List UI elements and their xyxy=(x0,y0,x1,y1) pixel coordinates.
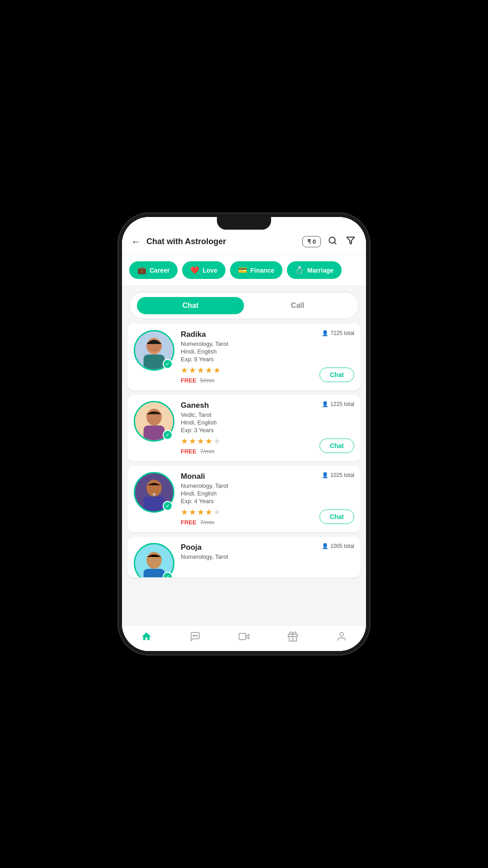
svg-rect-13 xyxy=(144,496,165,511)
svg-point-20 xyxy=(193,635,194,636)
chat-btn-ganesh[interactable]: Chat xyxy=(319,439,354,453)
video-icon xyxy=(239,631,249,645)
verified-badge-ganesh: ✓ xyxy=(163,430,173,440)
svg-point-21 xyxy=(195,635,196,636)
category-love[interactable]: ❤️ Love xyxy=(182,261,225,279)
astro-lang-ganesh: Hindi, English xyxy=(181,419,354,426)
astro-name-monali: Monali xyxy=(181,472,205,481)
svg-rect-9 xyxy=(144,425,165,440)
price-row-monali: FREE 7/min xyxy=(181,519,221,526)
stars-monali: ★ ★ ★ ★ ★ xyxy=(181,507,221,517)
verified-badge-radika: ✓ xyxy=(163,359,173,369)
svg-marker-23 xyxy=(246,634,249,639)
astro-ratings-ganesh: ★ ★ ★ ★ ★ FREE 7/min xyxy=(181,436,221,455)
svg-rect-24 xyxy=(239,633,246,640)
astro-name-ganesh: Ganesh xyxy=(181,401,209,410)
screen: ← Chat with Astrologer ₹ 0 💼 Career ❤️ xyxy=(122,217,366,651)
astrologer-list: ✓ Radika 👤 7225 total Numerology, Tarot … xyxy=(122,324,366,625)
price-free-ganesh: FREE xyxy=(181,448,197,455)
astro-exp-ganesh: Exp: 3 Years xyxy=(181,427,354,434)
svg-point-27 xyxy=(340,632,343,636)
astro-card-pooja: ✓ Pooja 👤 1005 total Numerology, Tarot xyxy=(127,537,361,577)
wallet-balance[interactable]: ₹ 0 xyxy=(302,236,321,247)
star4: ★ xyxy=(205,365,212,375)
category-bar: 💼 Career ❤️ Love 💳 Finance 💍 Marriage xyxy=(122,255,366,286)
price-per-min-monali: 7/min xyxy=(200,519,215,526)
avatar-wrap-radika: ✓ xyxy=(134,330,174,371)
price-row-ganesh: FREE 7/min xyxy=(181,448,221,455)
astro-exp-radika: Exp: 8 Years xyxy=(181,356,354,363)
profile-icon xyxy=(336,631,347,645)
category-love-label: Love xyxy=(202,267,217,274)
astro-footer-monali: ★ ★ ★ ★ ★ FREE 7/min Chat xyxy=(181,507,354,526)
astro-info-pooja: Pooja 👤 1005 total Numerology, Tarot xyxy=(181,543,354,561)
chat-btn-monali[interactable]: Chat xyxy=(319,509,354,524)
astro-name-radika: Radika xyxy=(181,330,206,339)
star4: ★ xyxy=(205,507,212,517)
info-top-monali: Monali 👤 1025 total xyxy=(181,472,354,481)
finance-icon: 💳 xyxy=(238,266,247,274)
category-marriage-label: Marriage xyxy=(307,267,333,274)
svg-line-1 xyxy=(334,242,336,244)
astro-total-radika: 👤 7225 total xyxy=(322,330,354,336)
astro-card-ganesh: ✓ Ganesh 👤 1225 total Vedic, Tarot Hindi… xyxy=(127,395,361,461)
svg-rect-18 xyxy=(144,569,165,577)
chat-nav-icon xyxy=(190,631,201,645)
astro-card-monali: ✓ Monali 👤 1025 total Numerology, Tarot … xyxy=(127,466,361,532)
category-career[interactable]: 💼 Career xyxy=(129,261,178,279)
star3: ★ xyxy=(197,507,204,517)
total-icon-ganesh: 👤 xyxy=(322,401,328,407)
astro-specialty-ganesh: Vedic, Tarot xyxy=(181,411,354,418)
nav-profile[interactable] xyxy=(333,629,351,646)
astro-info-monali: Monali 👤 1025 total Numerology, Tarot Hi… xyxy=(181,472,354,526)
love-icon: ❤️ xyxy=(190,266,199,274)
total-icon-monali: 👤 xyxy=(322,472,328,478)
info-top-ganesh: Ganesh 👤 1225 total xyxy=(181,401,354,410)
astro-specialty-pooja: Numerology, Tarot xyxy=(181,553,354,560)
verified-badge-monali: ✓ xyxy=(163,501,173,511)
nav-gift[interactable] xyxy=(284,629,302,646)
star3: ★ xyxy=(197,365,204,375)
astro-total-ganesh: 👤 1225 total xyxy=(322,401,354,407)
astro-lang-radika: Hindi, English xyxy=(181,348,354,355)
chat-btn-radika[interactable]: Chat xyxy=(319,368,354,382)
star5-empty: ★ xyxy=(213,436,221,446)
svg-rect-5 xyxy=(144,354,165,369)
notch xyxy=(217,217,271,230)
total-icon-radika: 👤 xyxy=(322,330,328,336)
page-title: Chat with Astrologer xyxy=(146,237,297,246)
search-icon[interactable] xyxy=(326,234,339,249)
astro-footer-ganesh: ★ ★ ★ ★ ★ FREE 7/min Chat xyxy=(181,436,354,455)
astro-footer-radika: ★ ★ ★ ★ ★ FREE 5/min Chat xyxy=(181,365,354,384)
nav-chat[interactable] xyxy=(186,629,204,646)
nav-video[interactable] xyxy=(235,629,253,646)
category-career-label: Career xyxy=(150,267,169,274)
phone-frame: ← Chat with Astrologer ₹ 0 💼 Career ❤️ xyxy=(122,217,366,651)
back-button[interactable]: ← xyxy=(131,236,141,248)
avatar-wrap-pooja: ✓ xyxy=(134,543,174,577)
category-marriage[interactable]: 💍 Marriage xyxy=(287,261,342,279)
astro-card-radika: ✓ Radika 👤 7225 total Numerology, Tarot … xyxy=(127,324,361,390)
astro-info-radika: Radika 👤 7225 total Numerology, Tarot Hi… xyxy=(181,330,354,384)
category-finance[interactable]: 💳 Finance xyxy=(230,261,282,279)
career-icon: 💼 xyxy=(137,266,146,274)
astro-exp-monali: Exp: 4 Years xyxy=(181,498,354,505)
marriage-icon: 💍 xyxy=(295,266,304,274)
tab-call[interactable]: Call xyxy=(244,297,351,314)
astro-ratings-radika: ★ ★ ★ ★ ★ FREE 5/min xyxy=(181,365,221,384)
astro-lang-monali: Hindi, English xyxy=(181,490,354,497)
star2: ★ xyxy=(189,365,196,375)
avatar-wrap-ganesh: ✓ xyxy=(134,401,174,442)
star1: ★ xyxy=(181,507,188,517)
avatar-wrap-monali: ✓ xyxy=(134,472,174,513)
stars-radika: ★ ★ ★ ★ ★ xyxy=(181,365,221,375)
gift-icon xyxy=(287,631,298,645)
star1: ★ xyxy=(181,365,188,375)
astro-specialty-monali: Numerology, Tarot xyxy=(181,482,354,489)
filter-icon[interactable] xyxy=(344,234,357,249)
info-top-pooja: Pooja 👤 1005 total xyxy=(181,543,354,552)
tab-chat[interactable]: Chat xyxy=(137,297,244,314)
star1: ★ xyxy=(181,436,188,446)
price-per-min-radika: 5/min xyxy=(200,377,215,384)
nav-home[interactable] xyxy=(137,629,155,646)
